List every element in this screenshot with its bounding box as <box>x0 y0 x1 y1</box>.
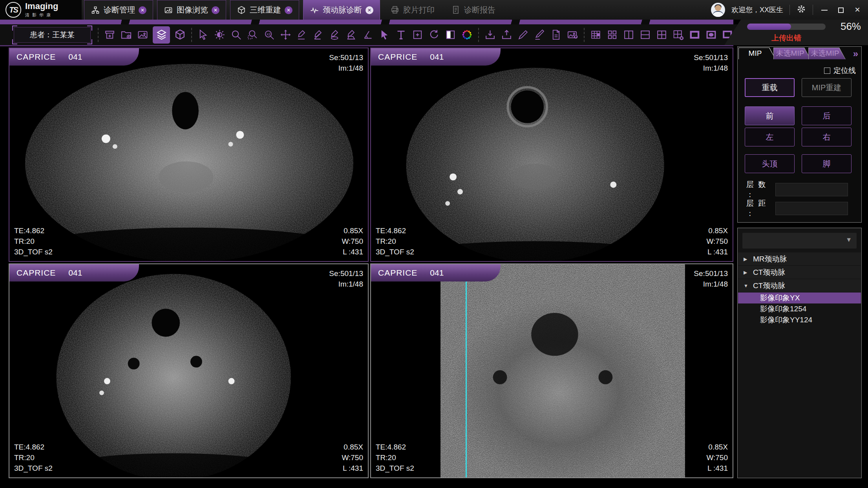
slice-spacing-input[interactable] <box>775 202 848 215</box>
titlebar: TS Imaging 清影华康 诊断管理 ✕ 图像浏览 ✕ 三维重建 ✕ <box>0 0 868 20</box>
localizer-line[interactable] <box>466 264 467 477</box>
pen-icon[interactable] <box>517 28 530 41</box>
upload-progress-bar <box>747 24 826 30</box>
banner-title: CAPRICE <box>16 268 56 278</box>
zoom-tool-icon[interactable] <box>230 28 243 41</box>
viewport-bottom-left[interactable]: CAPRICE 041 Se:501/13Im:1/48 TE:4.862TR:… <box>9 263 369 478</box>
minimize-button[interactable] <box>819 6 830 14</box>
mip-tab-bar: MIP 未选MIP 未选MIP <box>738 48 843 59</box>
tree-item-impression-yy124[interactable]: 影像印象YY124 <box>738 314 861 325</box>
tab-diagnosis-report[interactable]: 诊断报告 <box>445 0 502 20</box>
window-level-icon[interactable] <box>213 28 226 41</box>
measure-polygon-icon[interactable] <box>345 28 358 41</box>
layout-two-columns-icon[interactable] <box>622 28 635 41</box>
tab-carotid-diagnosis[interactable]: 颈动脉诊断 ✕ <box>303 0 380 20</box>
single-view-icon[interactable] <box>688 28 701 41</box>
text-annotation-icon[interactable] <box>395 28 408 41</box>
import-study-icon[interactable] <box>103 28 116 41</box>
brand-name: Imaging <box>25 2 58 11</box>
invert-icon[interactable] <box>444 28 457 41</box>
close-window-button[interactable]: ✕ <box>852 5 863 14</box>
localizer-checkbox[interactable] <box>824 68 830 74</box>
patient-name-box[interactable]: 患者：王某某 <box>14 27 91 43</box>
tab-mip[interactable]: MIP <box>738 48 776 59</box>
add-region-icon[interactable] <box>411 28 424 41</box>
pen-line-icon[interactable] <box>533 28 546 41</box>
measure-angle-icon[interactable] <box>312 28 325 41</box>
direction-back-button[interactable]: 后 <box>802 106 852 125</box>
layers-tool-icon[interactable] <box>153 26 170 44</box>
tab-label: 三维重建 <box>250 5 281 15</box>
viewport-top-right[interactable]: CAPRICE 041 Se:501/13Im:1/48 TE:4.862TR:… <box>370 48 733 262</box>
region-zoom-icon[interactable] <box>246 28 259 41</box>
arrow-annotation-icon[interactable] <box>378 28 391 41</box>
user-avatar[interactable] <box>711 3 725 17</box>
tab-label: 胶片打印 <box>403 5 435 15</box>
rotate-icon[interactable] <box>428 28 440 41</box>
tab-image-browse[interactable]: 图像浏览 ✕ <box>157 0 226 20</box>
new-report-icon[interactable] <box>550 28 563 41</box>
acquisition-overlay: TE:4.862TR:203D_TOF s2 <box>14 442 53 473</box>
chevron-down-icon[interactable]: ▼ <box>744 283 749 289</box>
series-dropdown[interactable]: ▼ <box>742 233 857 249</box>
viewport-top-left[interactable]: CAPRICE 041 Se:501/13Im:1/48 TE:4.862TR:… <box>9 48 369 262</box>
divider <box>478 28 479 42</box>
tree-node-ct-carotid-2[interactable]: ▼ CT颈动脉 <box>738 279 861 292</box>
settings-gear-icon[interactable] <box>796 4 806 16</box>
viewport-bottom-right[interactable]: CAPRICE 041 Se:501/13Im:1/48 TE:4.862TR:… <box>370 263 733 478</box>
close-icon[interactable]: ✕ <box>285 6 292 14</box>
tab-diagnosis-management[interactable]: 诊断管理 ✕ <box>84 0 153 20</box>
image-gallery-icon[interactable] <box>136 28 149 41</box>
upload-error-text[interactable]: 上传出错 <box>747 33 826 43</box>
tab-unselected-mip-2[interactable]: 未选MIP <box>808 48 846 59</box>
banner-title: CAPRICE <box>378 52 417 62</box>
series-banner: CAPRICE 041 <box>9 264 139 281</box>
printer-icon <box>390 5 400 15</box>
grid-layout-icon[interactable] <box>589 28 602 41</box>
angle-tool-icon[interactable] <box>362 28 375 41</box>
divider <box>789 5 790 15</box>
chevron-right-icon[interactable]: ▶ <box>744 270 749 275</box>
chevron-right-icon[interactable]: ▶ <box>744 256 749 262</box>
layout-grid-2x2-icon[interactable] <box>655 28 668 41</box>
download-icon[interactable] <box>484 28 497 41</box>
maximize-button[interactable] <box>836 6 846 14</box>
open-folder-icon[interactable] <box>120 28 133 41</box>
tree-node-mr-carotid[interactable]: ▶ MR颈动脉 <box>738 252 861 266</box>
mip-rebuild-button[interactable]: MIP重建 <box>802 78 852 97</box>
tree-item-impression-yx[interactable]: 影像印象YX <box>738 292 861 303</box>
ellipse-view-icon[interactable] <box>705 28 718 41</box>
slice-spacing-label: 层 距 ： <box>746 198 775 219</box>
tree-node-ct-carotid-1[interactable]: ▶ CT颈动脉 <box>738 266 861 279</box>
measure-length-icon[interactable] <box>296 28 309 41</box>
acquisition-overlay: TE:4.862TR:203D_TOF s2 <box>14 225 53 257</box>
direction-front-button[interactable]: 前 <box>745 106 795 125</box>
slice-count-input[interactable] <box>775 183 848 196</box>
tab-3d-reconstruction[interactable]: 三维重建 ✕ <box>230 0 299 20</box>
tab-film-print[interactable]: 胶片打印 <box>384 0 441 20</box>
direction-left-button[interactable]: 左 <box>745 128 795 146</box>
window-level-overlay: 0.85XW:750L :431 <box>706 225 728 257</box>
tree-item-impression-1254[interactable]: 影像印象1254 <box>738 303 861 314</box>
more-tabs-icon[interactable]: » <box>853 48 858 59</box>
close-icon[interactable]: ✕ <box>139 6 146 14</box>
close-icon[interactable]: ✕ <box>212 6 219 14</box>
direction-foot-button[interactable]: 脚 <box>802 154 852 173</box>
reload-button[interactable]: 重载 <box>745 78 795 97</box>
export-image-icon[interactable] <box>566 28 579 41</box>
direction-right-button[interactable]: 右 <box>802 128 852 146</box>
upload-icon[interactable] <box>500 28 513 41</box>
pseudo-color-icon[interactable] <box>460 28 473 41</box>
tree-node-label: MR颈动脉 <box>753 254 787 264</box>
cube-3d-icon[interactable] <box>174 28 186 41</box>
layout-two-rows-icon[interactable] <box>639 28 652 41</box>
close-icon[interactable]: ✕ <box>365 6 373 14</box>
direction-head-button[interactable]: 头顶 <box>745 154 795 173</box>
layout-quad-icon[interactable] <box>606 28 619 41</box>
zoom-x2-icon[interactable] <box>263 28 276 41</box>
tab-unselected-mip-1[interactable]: 未选MIP <box>773 48 811 59</box>
cursor-tool-icon[interactable] <box>197 28 210 41</box>
pan-tool-icon[interactable] <box>279 28 292 41</box>
measure-ellipse-icon[interactable] <box>329 28 342 41</box>
close-layout-icon[interactable] <box>672 28 685 41</box>
